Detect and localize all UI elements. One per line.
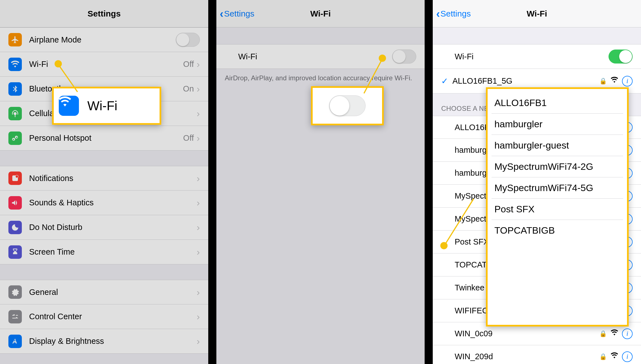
- antenna-icon: [8, 107, 22, 120]
- callout-network-item[interactable]: MySpectrumWiFi74-5G: [492, 177, 623, 199]
- row-notifications[interactable]: Notifications ›: [0, 166, 208, 191]
- wifi-signal-icon: [611, 76, 618, 86]
- chevron-right-icon: ›: [197, 336, 200, 347]
- panel-separator: [208, 0, 216, 364]
- callout-network-item[interactable]: Post SFX: [492, 199, 623, 220]
- page-title: Settings: [88, 9, 121, 18]
- row-airplane-mode[interactable]: Airplane Mode: [0, 27, 208, 52]
- row-detail: Off: [183, 133, 194, 143]
- wifi-switch-label: Wi-Fi: [455, 52, 609, 61]
- row-label: Sounds & Haptics: [29, 198, 197, 207]
- row-do-not-disturb[interactable]: Do Not Disturb ›: [0, 215, 208, 240]
- settings-group-system: General › Control Center › Display & Bri…: [0, 280, 208, 354]
- row-general[interactable]: General ›: [0, 280, 208, 304]
- row-label: Screen Time: [29, 247, 197, 257]
- row-detail: Off: [183, 60, 194, 69]
- network-name: WIN_209d: [455, 352, 595, 361]
- chevron-right-icon: ›: [197, 83, 200, 94]
- row-network[interactable]: WIN_209d🔒i: [433, 345, 641, 364]
- wifi-switch-group: Wi-Fi: [216, 44, 425, 69]
- chevron-right-icon: ›: [197, 59, 200, 70]
- row-label: Wi-Fi: [29, 60, 183, 69]
- text-size-icon: [8, 335, 22, 348]
- info-icon[interactable]: i: [622, 328, 633, 339]
- lock-icon: 🔒: [599, 78, 607, 85]
- nav-bar: Settings: [0, 0, 208, 27]
- callout-toggle: [311, 86, 384, 125]
- wifi-icon: [8, 58, 22, 71]
- nav-bar: ‹ Settings Wi-Fi: [433, 0, 641, 27]
- callout-network-item[interactable]: TOPCATBIGB: [492, 220, 623, 241]
- row-sounds[interactable]: Sounds & Haptics ›: [0, 191, 208, 215]
- sliders-icon: [8, 310, 22, 323]
- airplane-icon: [8, 33, 22, 46]
- row-label: Airplane Mode: [29, 35, 176, 44]
- callout-network-item[interactable]: hamburgler-guest: [492, 135, 623, 156]
- bluetooth-icon: [8, 82, 22, 96]
- chevron-right-icon: ›: [197, 222, 200, 233]
- row-label: Notifications: [29, 174, 197, 183]
- wifi-off-panel: ‹ Settings Wi-Fi Wi-Fi AirDrop, AirPlay,…: [216, 0, 425, 364]
- callout-network-item[interactable]: hamburgler: [492, 114, 623, 135]
- row-label: Do Not Disturb: [29, 223, 197, 232]
- row-label: Personal Hotspot: [29, 133, 183, 143]
- chevron-right-icon: ›: [197, 108, 200, 119]
- callout-content: Wi-Fi: [54, 88, 160, 123]
- row-screen-time[interactable]: Screen Time ›: [0, 240, 208, 264]
- network-name: WIN_0c09: [455, 329, 595, 338]
- settings-panel: Settings Airplane Mode Wi-Fi Off › Bluet…: [0, 0, 208, 364]
- highlight-dot: [440, 242, 448, 249]
- hourglass-icon: [8, 245, 22, 259]
- svg-point-1: [15, 175, 18, 178]
- row-wifi[interactable]: Wi-Fi Off ›: [0, 52, 208, 77]
- chevron-right-icon: ›: [197, 197, 200, 208]
- wifi-switch-group: Wi-Fi ✓ ALLO16FB1_5G 🔒 i: [433, 44, 641, 93]
- wifi-signal-icon: [611, 352, 618, 361]
- chevron-left-icon: ‹: [220, 8, 223, 19]
- wifi-toggle[interactable]: [392, 50, 416, 64]
- lock-icon: 🔒: [599, 353, 607, 360]
- highlight-dot: [379, 55, 386, 62]
- hotspot-icon: [8, 131, 22, 145]
- callout-network-item[interactable]: MySpectrumWiFi74-2G: [492, 156, 623, 177]
- back-button[interactable]: ‹ Settings: [220, 8, 254, 19]
- row-personal-hotspot[interactable]: Personal Hotspot Off ›: [0, 126, 208, 151]
- row-detail: On: [183, 84, 194, 93]
- back-button[interactable]: ‹ Settings: [436, 8, 471, 19]
- moon-icon: [8, 221, 22, 234]
- wifi-toggle[interactable]: [609, 50, 633, 64]
- checkmark-icon: ✓: [441, 76, 452, 86]
- back-label: Settings: [440, 9, 471, 18]
- chevron-left-icon: ‹: [436, 8, 440, 19]
- callout-wifi: Wi-Fi: [52, 87, 161, 125]
- callout-network-item[interactable]: ALLO16FB1: [492, 92, 623, 114]
- highlight-dot: [55, 60, 62, 67]
- info-icon[interactable]: i: [622, 351, 633, 362]
- callout-label: Wi-Fi: [87, 98, 117, 113]
- page-title: Wi-Fi: [527, 9, 547, 18]
- row-wifi-switch[interactable]: Wi-Fi: [216, 44, 425, 69]
- chevron-right-icon: ›: [197, 246, 200, 257]
- chevron-right-icon: ›: [197, 173, 200, 184]
- connected-network-name: ALLO16FB1_5G: [452, 76, 595, 86]
- info-icon[interactable]: i: [622, 76, 633, 86]
- wifi-footnote: AirDrop, AirPlay, and improved location …: [216, 69, 425, 87]
- notifications-icon: [8, 172, 22, 185]
- big-wifi-toggle[interactable]: [329, 95, 366, 116]
- wifi-signal-icon: [611, 329, 618, 338]
- gear-icon: [8, 285, 22, 299]
- row-label: Control Center: [29, 312, 197, 321]
- chevron-right-icon: ›: [197, 287, 200, 298]
- wifi-switch-label: Wi-Fi: [238, 52, 392, 61]
- lock-icon: 🔒: [599, 330, 607, 337]
- row-label: General: [29, 288, 197, 297]
- row-display[interactable]: Display & Brightness ›: [0, 329, 208, 354]
- nav-bar: ‹ Settings Wi-Fi: [216, 0, 425, 27]
- wifi-icon: [59, 96, 79, 116]
- chevron-right-icon: ›: [197, 311, 200, 322]
- back-label: Settings: [224, 9, 254, 18]
- chevron-right-icon: ›: [197, 133, 200, 144]
- row-wifi-switch[interactable]: Wi-Fi: [433, 44, 641, 69]
- row-control-center[interactable]: Control Center ›: [0, 304, 208, 329]
- airplane-toggle[interactable]: [176, 33, 200, 47]
